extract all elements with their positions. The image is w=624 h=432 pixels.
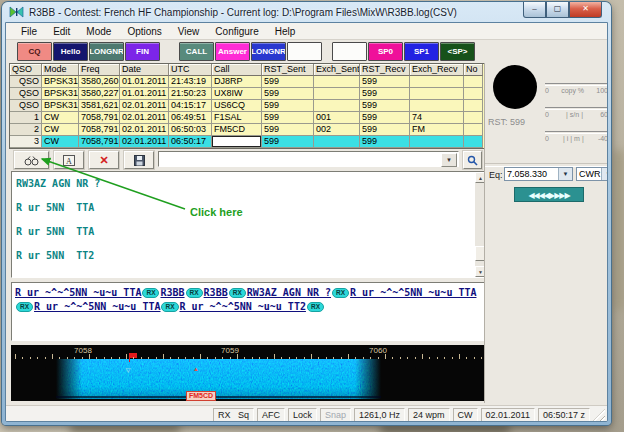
log-row[interactable]: 2CW7058,79102.01.201106:50:03FM5CD599002…: [10, 124, 485, 136]
column-header-date[interactable]: Date: [120, 64, 169, 76]
log-cell[interactable]: 21:43:19: [169, 76, 212, 88]
log-cell[interactable]: [410, 76, 464, 88]
column-header-exch_sent[interactable]: Exch_Sent: [314, 64, 360, 76]
menu-view[interactable]: View: [170, 26, 208, 37]
chevron-down-icon[interactable]: ▼: [558, 168, 572, 180]
log-cell[interactable]: 06:50:03: [169, 124, 212, 136]
save-button[interactable]: [124, 151, 154, 169]
log-cell[interactable]: CW: [42, 112, 79, 124]
menu-help[interactable]: Help: [267, 26, 304, 37]
log-cell[interactable]: [212, 136, 262, 148]
log-cell[interactable]: 001: [314, 112, 360, 124]
log-cell[interactable]: 599: [262, 100, 314, 112]
log-cell[interactable]: [314, 88, 360, 100]
column-header-qso[interactable]: QSO: [10, 64, 42, 76]
mode-combo[interactable]: CWR ▼: [576, 167, 608, 181]
delete-button[interactable]: ✕: [89, 151, 119, 169]
log-cell[interactable]: US6CQ: [212, 100, 262, 112]
status-panel-snap[interactable]: Snap: [320, 408, 351, 423]
log-cell[interactable]: 02.01.2011: [120, 136, 169, 148]
title-bar[interactable]: R3BB - Contest: French HF Championship -…: [2, 2, 611, 22]
row-number-cell[interactable]: QSO: [10, 100, 42, 112]
log-cell[interactable]: 02.01.2011: [120, 112, 169, 124]
macro-button-fin[interactable]: FIN: [125, 42, 160, 61]
resize-grip[interactable]: [593, 409, 605, 421]
log-cell[interactable]: 01.01.2011: [120, 76, 169, 88]
row-number-cell[interactable]: QSO: [10, 76, 42, 88]
log-table[interactable]: QSOModeFreqDateUTCCallRST_SentExch_SentR…: [9, 63, 486, 149]
log-cell[interactable]: 599: [360, 76, 410, 88]
status-panel-wpm[interactable]: 24 wpm: [408, 408, 450, 423]
macro-button-hello[interactable]: Hello: [53, 42, 88, 61]
macro-button-call[interactable]: CALL: [179, 42, 214, 61]
log-row[interactable]: 3CW7058,79102.01.201106:50:17599599: [10, 136, 485, 148]
log-cell[interactable]: 06:50:17: [169, 136, 212, 148]
log-cell[interactable]: 599: [262, 76, 314, 88]
macro-button-sp1[interactable]: SP1: [404, 42, 439, 61]
log-row[interactable]: QSOBPSK313580,22701.01.201121:50:23UX8IW…: [10, 88, 485, 100]
log-cell[interactable]: 74: [410, 112, 464, 124]
column-header-freq[interactable]: Freq: [79, 64, 120, 76]
log-cell[interactable]: CW: [42, 136, 79, 148]
log-cell[interactable]: [314, 100, 360, 112]
log-cell[interactable]: 599: [360, 100, 410, 112]
minimize-button[interactable]: –: [523, 2, 546, 18]
menu-options[interactable]: Options: [119, 26, 169, 37]
log-cell[interactable]: CW: [42, 124, 79, 136]
macro-button-answer[interactable]: Answer: [215, 42, 250, 61]
column-header-exch_recv[interactable]: Exch_Recv: [410, 64, 464, 76]
log-cell[interactable]: 21:50:23: [169, 88, 212, 100]
decoded-callsign-tag[interactable]: FM5CD: [186, 391, 216, 401]
column-header-rst_recv[interactable]: RST_Recv: [360, 64, 410, 76]
macro-button-sp0[interactable]: SP0: [368, 42, 403, 61]
log-cell[interactable]: 3580,260: [79, 76, 120, 88]
log-cell[interactable]: BPSK31: [42, 88, 79, 100]
menu-mode[interactable]: Mode: [78, 26, 119, 37]
lookup-button[interactable]: [463, 151, 482, 169]
status-panel-lock[interactable]: Lock: [288, 408, 317, 423]
log-cell[interactable]: BPSK31: [42, 76, 79, 88]
menu-file[interactable]: File: [13, 26, 45, 37]
letter-button[interactable]: A: [54, 151, 84, 169]
log-cell[interactable]: [410, 136, 464, 148]
log-cell[interactable]: [410, 100, 464, 112]
tx-cursor-icon[interactable]: ▲: [193, 366, 199, 372]
log-row[interactable]: 1CW7058,79102.01.201106:49:51F1SAL599001…: [10, 112, 485, 124]
callsign-input[interactable]: [160, 153, 446, 167]
log-cell[interactable]: 02.01.2011: [120, 100, 169, 112]
macro-button-blank-8[interactable]: [332, 42, 367, 61]
tuning-arrows-button[interactable]: ◀◀◀◀▶▶▶▶: [514, 187, 584, 202]
log-cell[interactable]: FM5CD: [212, 124, 262, 136]
macro-button-longnr[interactable]: LONGNR: [89, 42, 124, 61]
log-cell[interactable]: 599: [360, 124, 410, 136]
log-cell[interactable]: [464, 76, 483, 88]
log-cell[interactable]: 06:49:51: [169, 112, 212, 124]
menu-configure[interactable]: Configure: [207, 26, 266, 37]
log-row[interactable]: QSOBPSK313580,26001.01.201121:43:19DJ8RP…: [10, 76, 485, 88]
rx-cursor-icon[interactable]: ▽: [126, 367, 131, 373]
callsign-combo[interactable]: ▼: [158, 151, 459, 167]
log-cell[interactable]: [464, 88, 483, 100]
log-cell[interactable]: 7058,791: [79, 112, 120, 124]
maximize-button[interactable]: ▢: [546, 2, 569, 18]
log-cell[interactable]: DJ8RP: [212, 76, 262, 88]
log-cell[interactable]: 599: [360, 136, 410, 148]
frequency-combo[interactable]: 7.058.330 ▼: [504, 167, 573, 181]
log-cell[interactable]: 599: [360, 88, 410, 100]
close-button[interactable]: ✕: [569, 2, 602, 18]
log-cell[interactable]: 599: [262, 112, 314, 124]
chevron-down-icon[interactable]: ▼: [441, 153, 457, 167]
column-header-call[interactable]: Call: [212, 64, 262, 76]
status-panel-mode[interactable]: CW: [453, 408, 478, 423]
column-header-utc[interactable]: UTC: [169, 64, 212, 76]
log-cell[interactable]: 002: [314, 124, 360, 136]
log-cell[interactable]: BPSK31: [42, 100, 79, 112]
macro-button-blank-7[interactable]: [287, 42, 322, 61]
log-cell[interactable]: [464, 136, 483, 148]
log-cell[interactable]: [314, 136, 360, 148]
log-cell[interactable]: F1SAL: [212, 112, 262, 124]
menu-edit[interactable]: Edit: [45, 26, 78, 37]
status-panel-afc[interactable]: AFC: [257, 408, 285, 423]
waterfall[interactable]: ▽ ▲ FM5CD 705870597060: [11, 345, 488, 401]
log-cell[interactable]: [410, 88, 464, 100]
